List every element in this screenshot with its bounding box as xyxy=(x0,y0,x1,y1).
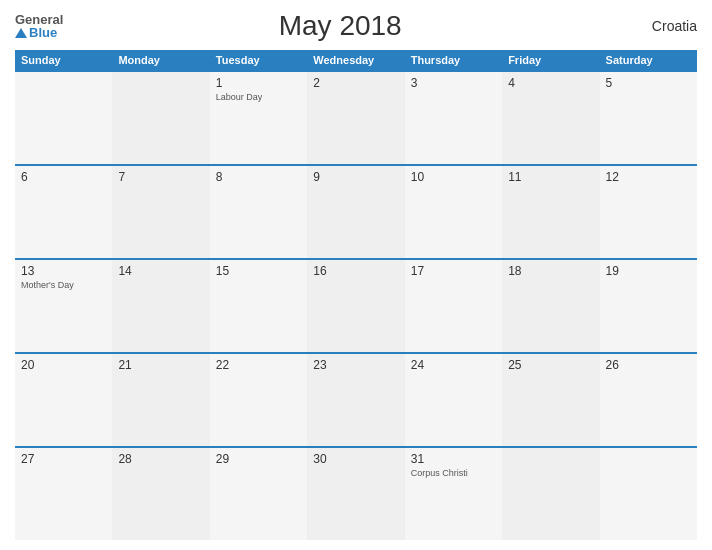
calendar-cell: 6 xyxy=(15,166,112,258)
calendar-week-1: 1Labour Day2345 xyxy=(15,70,697,164)
calendar-weekday-monday: Monday xyxy=(112,50,209,70)
calendar-cell: 21 xyxy=(112,354,209,446)
calendar-weekday-wednesday: Wednesday xyxy=(307,50,404,70)
day-number: 31 xyxy=(411,452,496,466)
calendar-cell: 26 xyxy=(600,354,697,446)
country-label: Croatia xyxy=(617,18,697,34)
calendar-cell: 11 xyxy=(502,166,599,258)
day-number: 19 xyxy=(606,264,691,278)
day-number: 7 xyxy=(118,170,203,184)
calendar-cell: 18 xyxy=(502,260,599,352)
calendar-cell xyxy=(600,448,697,540)
day-number: 8 xyxy=(216,170,301,184)
day-number: 30 xyxy=(313,452,398,466)
logo-blue-text: Blue xyxy=(15,26,57,39)
calendar-cell: 17 xyxy=(405,260,502,352)
calendar-cell: 28 xyxy=(112,448,209,540)
calendar-cell: 30 xyxy=(307,448,404,540)
calendar-cell: 2 xyxy=(307,72,404,164)
calendar-weekday-friday: Friday xyxy=(502,50,599,70)
calendar-cell: 15 xyxy=(210,260,307,352)
logo: General Blue xyxy=(15,13,63,39)
day-number: 6 xyxy=(21,170,106,184)
calendar-cell: 12 xyxy=(600,166,697,258)
calendar-cell: 9 xyxy=(307,166,404,258)
day-number: 11 xyxy=(508,170,593,184)
calendar-cell: 3 xyxy=(405,72,502,164)
day-number: 28 xyxy=(118,452,203,466)
calendar-week-4: 20212223242526 xyxy=(15,352,697,446)
day-number: 29 xyxy=(216,452,301,466)
day-number: 26 xyxy=(606,358,691,372)
page-title: May 2018 xyxy=(63,10,617,42)
calendar-cell: 31Corpus Christi xyxy=(405,448,502,540)
event-label: Labour Day xyxy=(216,92,301,104)
day-number: 12 xyxy=(606,170,691,184)
logo-triangle-icon xyxy=(15,28,27,38)
day-number: 1 xyxy=(216,76,301,90)
day-number: 16 xyxy=(313,264,398,278)
day-number: 13 xyxy=(21,264,106,278)
calendar-cell: 13Mother's Day xyxy=(15,260,112,352)
calendar-cell: 4 xyxy=(502,72,599,164)
calendar-cell: 1Labour Day xyxy=(210,72,307,164)
day-number: 9 xyxy=(313,170,398,184)
event-label: Mother's Day xyxy=(21,280,106,292)
calendar-header: General Blue May 2018 Croatia xyxy=(15,10,697,42)
calendar-cell: 23 xyxy=(307,354,404,446)
day-number: 5 xyxy=(606,76,691,90)
calendar-cell xyxy=(112,72,209,164)
day-number: 14 xyxy=(118,264,203,278)
calendar-week-2: 6789101112 xyxy=(15,164,697,258)
day-number: 17 xyxy=(411,264,496,278)
day-number: 27 xyxy=(21,452,106,466)
day-number: 23 xyxy=(313,358,398,372)
calendar-weekday-tuesday: Tuesday xyxy=(210,50,307,70)
calendar-cell: 7 xyxy=(112,166,209,258)
calendar: SundayMondayTuesdayWednesdayThursdayFrid… xyxy=(15,50,697,540)
calendar-cell: 5 xyxy=(600,72,697,164)
calendar-cell: 29 xyxy=(210,448,307,540)
calendar-week-3: 13Mother's Day141516171819 xyxy=(15,258,697,352)
calendar-cell: 19 xyxy=(600,260,697,352)
calendar-body: 1Labour Day2345678910111213Mother's Day1… xyxy=(15,70,697,540)
calendar-cell: 8 xyxy=(210,166,307,258)
calendar-cell: 22 xyxy=(210,354,307,446)
calendar-cell: 14 xyxy=(112,260,209,352)
day-number: 2 xyxy=(313,76,398,90)
calendar-week-5: 2728293031Corpus Christi xyxy=(15,446,697,540)
calendar-header-row: SundayMondayTuesdayWednesdayThursdayFrid… xyxy=(15,50,697,70)
day-number: 10 xyxy=(411,170,496,184)
day-number: 15 xyxy=(216,264,301,278)
day-number: 3 xyxy=(411,76,496,90)
day-number: 18 xyxy=(508,264,593,278)
calendar-weekday-thursday: Thursday xyxy=(405,50,502,70)
calendar-cell: 20 xyxy=(15,354,112,446)
calendar-cell: 10 xyxy=(405,166,502,258)
day-number: 20 xyxy=(21,358,106,372)
calendar-weekday-sunday: Sunday xyxy=(15,50,112,70)
day-number: 22 xyxy=(216,358,301,372)
event-label: Corpus Christi xyxy=(411,468,496,480)
calendar-cell: 25 xyxy=(502,354,599,446)
calendar-cell xyxy=(502,448,599,540)
calendar-cell xyxy=(15,72,112,164)
day-number: 21 xyxy=(118,358,203,372)
day-number: 25 xyxy=(508,358,593,372)
calendar-cell: 27 xyxy=(15,448,112,540)
calendar-cell: 16 xyxy=(307,260,404,352)
calendar-weekday-saturday: Saturday xyxy=(600,50,697,70)
day-number: 4 xyxy=(508,76,593,90)
day-number: 24 xyxy=(411,358,496,372)
calendar-cell: 24 xyxy=(405,354,502,446)
